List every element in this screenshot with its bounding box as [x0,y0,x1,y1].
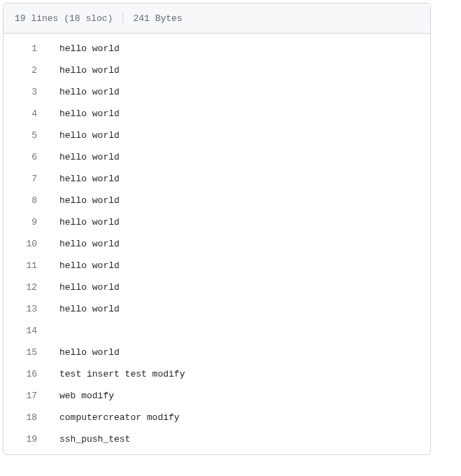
line-content: hello world [52,345,120,360]
code-row: 9hello world [3,211,430,233]
line-number[interactable]: 12 [3,280,52,295]
line-number[interactable]: 14 [3,323,52,338]
code-row: 13hello world [3,298,430,320]
line-number[interactable]: 17 [3,388,52,403]
code-row: 11hello world [3,255,430,276]
line-number[interactable]: 19 [3,432,52,447]
code-row: 5hello world [3,125,430,146]
line-content: hello world [52,215,120,230]
line-content: test insert test modify [52,367,185,382]
line-number[interactable]: 1 [3,41,52,56]
code-body: 1hello world2hello world3hello world4hel… [3,34,430,454]
line-number[interactable]: 10 [3,237,52,251]
line-content: hello world [52,280,120,295]
line-number[interactable]: 6 [3,150,52,164]
line-content: hello world [52,85,120,99]
code-row: 15hello world [3,342,430,363]
line-number[interactable]: 13 [3,302,52,316]
line-content: web modify [52,388,114,403]
code-row: 7hello world [3,168,430,190]
code-row: 14 [3,320,430,342]
line-number[interactable]: 8 [3,193,52,208]
line-number[interactable]: 5 [3,128,52,143]
file-bytes-stat: 241 Bytes [123,13,182,24]
line-number[interactable]: 11 [3,258,52,273]
line-content: hello world [52,172,120,186]
line-number[interactable]: 9 [3,215,52,230]
line-content: computercreator modify [52,410,180,425]
code-row: 16test insert test modify [3,363,430,385]
line-number[interactable]: 15 [3,345,52,360]
line-content: hello world [52,258,120,273]
line-content: hello world [52,63,120,78]
code-row: 6hello world [3,146,430,168]
code-row: 2hello world [3,59,430,81]
line-content: hello world [52,237,120,251]
file-header: 19 lines (18 sloc) 241 Bytes [3,4,430,34]
code-row: 4hello world [3,103,430,125]
line-number[interactable]: 4 [3,106,52,121]
code-row: 12hello world [3,276,430,298]
file-lines-stat: 19 lines (18 sloc) [15,13,122,24]
code-row: 3hello world [3,81,430,103]
line-content: ssh_push_test [52,432,130,447]
line-number[interactable]: 7 [3,172,52,186]
code-row: 19ssh_push_test [3,428,430,450]
line-number[interactable]: 16 [3,367,52,382]
line-content: hello world [52,128,120,143]
code-row: 10hello world [3,233,430,255]
code-row: 17web modify [3,385,430,407]
code-row: 8hello world [3,190,430,211]
line-number[interactable]: 3 [3,85,52,99]
code-row: 1hello world [3,38,430,59]
line-content: hello world [52,150,120,164]
line-number[interactable]: 2 [3,63,52,78]
line-content: hello world [52,106,120,121]
line-content: hello world [52,193,120,208]
file-view-container: 19 lines (18 sloc) 241 Bytes 1hello worl… [3,3,431,455]
line-number[interactable]: 18 [3,410,52,425]
code-row: 18computercreator modify [3,407,430,428]
line-content: hello world [52,41,120,56]
line-content: hello world [52,302,120,316]
